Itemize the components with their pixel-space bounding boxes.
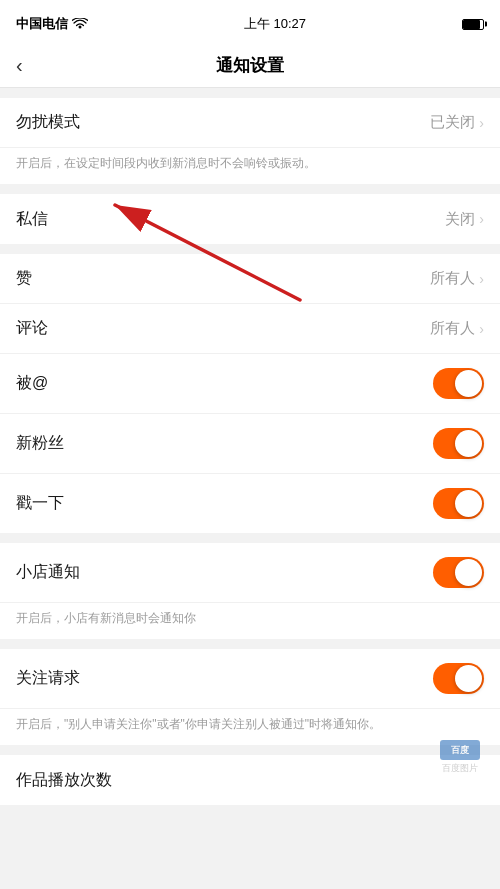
toggle-shake[interactable] [433, 488, 484, 519]
item-label-shop: 小店通知 [16, 562, 80, 583]
toggle-knob-shop [455, 559, 482, 586]
toggle-shop[interactable] [433, 557, 484, 588]
battery-icon [462, 19, 484, 30]
shop-section: 小店通知 开启后，小店有新消息时会通知你 [0, 543, 500, 639]
dnd-section: 勿扰模式 已关闭 › 开启后，在设定时间段内收到新消息时不会响铃或振动。 [0, 98, 500, 184]
status-carrier: 中国电信 [16, 15, 88, 33]
watermark-logo: 百度 [440, 740, 480, 760]
desc-shop: 开启后，小店有新消息时会通知你 [0, 603, 500, 639]
watermark: 百度 百度图片 [440, 740, 480, 775]
item-value-private: 关闭 › [445, 210, 484, 229]
item-value-disturb: 已关闭 › [430, 113, 484, 132]
list-item-at-mention[interactable]: 被@ [0, 354, 500, 414]
item-label-follow: 关注请求 [16, 668, 80, 689]
page-title: 通知设置 [216, 54, 284, 77]
list-item-disturb-mode[interactable]: 勿扰模式 已关闭 › [0, 98, 500, 148]
desc-follow: 开启后，"别人申请关注你"或者"你申请关注别人被通过"时将通知你。 [0, 709, 500, 745]
private-message-section: 私信 关闭 › [0, 194, 500, 244]
nav-bar: ‹ 通知设置 [0, 44, 500, 88]
toggle-new-fans[interactable] [433, 428, 484, 459]
section-gap-2 [0, 184, 500, 194]
toggle-follow[interactable] [433, 663, 484, 694]
status-bar: 中国电信 上午 10:27 [0, 0, 500, 44]
section-gap-1 [0, 88, 500, 98]
section-gap-6 [0, 745, 500, 755]
item-label-comment: 评论 [16, 318, 48, 339]
chevron-icon-comment: › [479, 321, 484, 337]
item-label-disturb: 勿扰模式 [16, 112, 80, 133]
item-label-private: 私信 [16, 209, 48, 230]
item-value-comment: 所有人 › [430, 319, 484, 338]
back-button[interactable]: ‹ [16, 54, 23, 77]
toggle-knob-fans [455, 430, 482, 457]
toggle-knob-shake [455, 490, 482, 517]
toggle-knob-at [455, 370, 482, 397]
page-wrapper: 中国电信 上午 10:27 ‹ 通知设置 勿扰模式 已关闭 › [0, 0, 500, 805]
item-label-at: 被@ [16, 373, 48, 394]
chevron-icon-like: › [479, 271, 484, 287]
chevron-icon-private: › [479, 211, 484, 227]
list-item-shop[interactable]: 小店通知 [0, 543, 500, 603]
battery-fill [463, 20, 480, 29]
list-item-shake[interactable]: 戳一下 [0, 474, 500, 533]
section-gap-4 [0, 533, 500, 543]
chevron-icon-disturb: › [479, 115, 484, 131]
item-label-shake: 戳一下 [16, 493, 64, 514]
interactions-section: 赞 所有人 › 评论 所有人 › 被@ 新粉丝 戳一下 [0, 254, 500, 533]
list-item-play-count[interactable]: 作品播放次数 [0, 755, 500, 805]
desc-disturb: 开启后，在设定时间段内收到新消息时不会响铃或振动。 [0, 148, 500, 184]
item-value-like: 所有人 › [430, 269, 484, 288]
section-gap-5 [0, 639, 500, 649]
list-item-private-message[interactable]: 私信 关闭 › [0, 194, 500, 244]
watermark-text: 百度图片 [442, 762, 478, 775]
item-label-fans: 新粉丝 [16, 433, 64, 454]
toggle-knob-follow [455, 665, 482, 692]
wifi-icon [72, 18, 88, 30]
list-item-comment[interactable]: 评论 所有人 › [0, 304, 500, 354]
toggle-at-mention[interactable] [433, 368, 484, 399]
status-time: 上午 10:27 [244, 15, 306, 33]
list-item-new-fans[interactable]: 新粉丝 [0, 414, 500, 474]
list-item-like[interactable]: 赞 所有人 › [0, 254, 500, 304]
works-section: 作品播放次数 [0, 755, 500, 805]
section-gap-3 [0, 244, 500, 254]
follow-section: 关注请求 开启后，"别人申请关注你"或者"你申请关注别人被通过"时将通知你。 [0, 649, 500, 745]
item-label-play-count: 作品播放次数 [16, 770, 112, 791]
status-right [462, 19, 484, 30]
item-label-like: 赞 [16, 268, 32, 289]
list-item-follow[interactable]: 关注请求 [0, 649, 500, 709]
